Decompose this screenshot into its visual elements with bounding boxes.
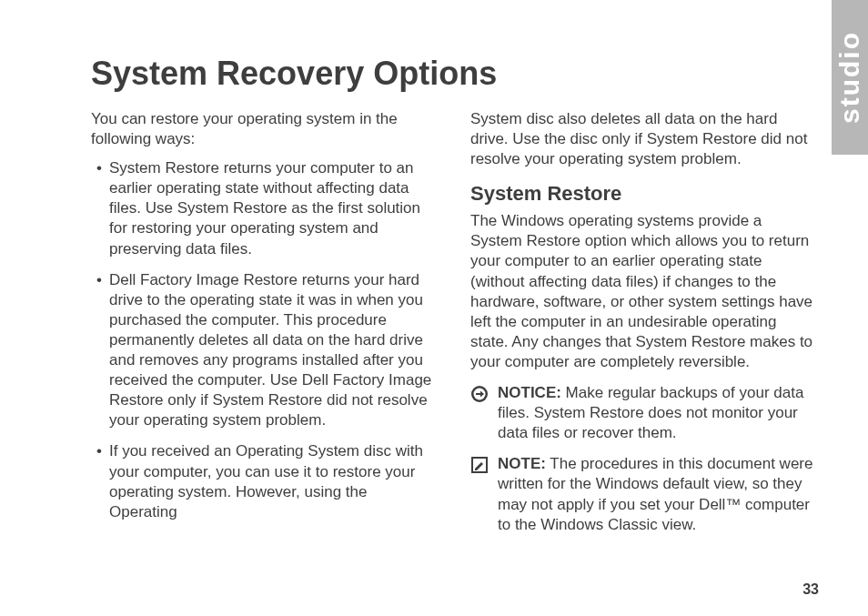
page-number: 33 [802, 581, 819, 598]
continuation-text: System disc also deletes all data on the… [470, 109, 813, 169]
notice-label: NOTICE: [498, 384, 561, 401]
list-item: Dell Factory Image Restore returns your … [109, 270, 434, 431]
note-text: NOTE: The procedures in this document we… [498, 454, 813, 534]
note-icon [470, 456, 489, 474]
columns: You can restore your operating system in… [91, 109, 813, 546]
note-label: NOTE: [498, 455, 546, 472]
list-item: If you received an Operating System disc… [109, 441, 434, 521]
notice-text: NOTICE: Make regular backups of your dat… [498, 383, 813, 443]
intro-text: You can restore your operating system in… [91, 109, 434, 149]
bullet-list: System Restore returns your computer to … [91, 158, 434, 522]
column-left: You can restore your operating system in… [91, 109, 434, 546]
side-tab: studio [832, 0, 868, 155]
notice-icon [470, 385, 489, 403]
note-body: The procedures in this document were wri… [498, 455, 812, 532]
page-title: System Recovery Options [91, 55, 813, 93]
page: studio System Recovery Options You can r… [0, 0, 868, 616]
note-callout: NOTE: The procedures in this document we… [470, 454, 813, 534]
body-text: The Windows operating systems provide a … [470, 211, 813, 372]
list-item: System Restore returns your computer to … [109, 158, 434, 258]
notice-callout: NOTICE: Make regular backups of your dat… [470, 383, 813, 443]
column-right: System disc also deletes all data on the… [470, 109, 813, 546]
subheading: System Restore [470, 182, 813, 206]
